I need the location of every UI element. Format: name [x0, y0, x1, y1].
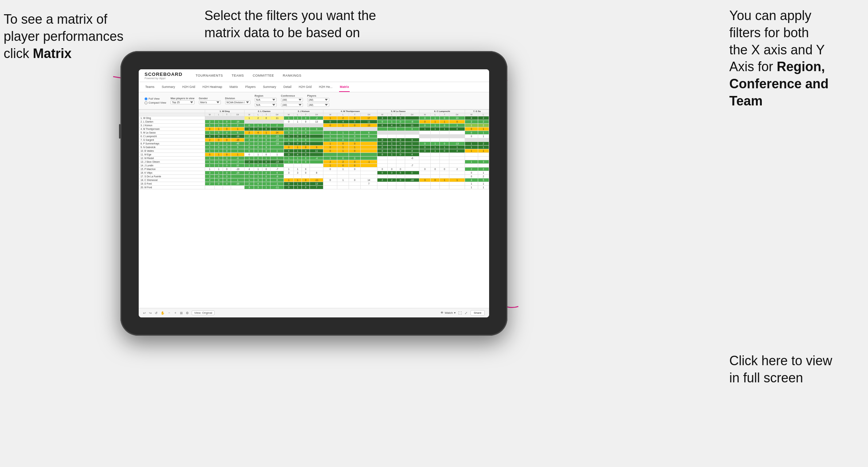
col-header-row: 1. W Ding 2. L Clanton 3. J Koivun 4. M …: [139, 110, 489, 113]
undo-icon[interactable]: ↩: [143, 311, 146, 315]
redo-icon[interactable]: ↪: [149, 311, 152, 315]
division-label: Division: [225, 97, 250, 100]
nav-committee[interactable]: COMMITTEE: [253, 74, 274, 77]
nav-rankings[interactable]: RANKINGS: [283, 74, 302, 77]
players-x-select[interactable]: (All): [307, 98, 329, 102]
table-row: 14. J Lundin 11010 1001 100 -7: [139, 164, 489, 167]
table-row: 8. P Summerhays 521-45 220-16 300 100 01…: [139, 142, 489, 146]
annotation-top-center: Select the filters you want the matrix d…: [204, 7, 380, 42]
table-row: 6. C Lamprecht 300-16 220-15 300 1106 01: [139, 135, 489, 138]
gender-group: Gender Men's: [199, 97, 221, 104]
refresh-icon[interactable]: ↺: [155, 311, 158, 315]
col-g-sa: 7. G Sa: [465, 110, 489, 113]
table-row: 5. M La Sasso 1506 24124 300 1106 01: [139, 131, 489, 135]
table-row: 11. M Ege 0101 0101 040 0104: [139, 153, 489, 157]
logo-sub: Powered by clippd: [145, 77, 183, 80]
view-label[interactable]: View: Original: [192, 310, 215, 315]
matrix-area[interactable]: 1. W Ding 2. L Clanton 3. J Koivun 4. M …: [139, 109, 489, 308]
annotation-bottom-right: Click here to view in full screen: [729, 352, 846, 387]
expand-icon[interactable]: ⤢: [465, 311, 468, 315]
tablet-frame: SCOREBOARD Powered by clippd TOURNAMENTS…: [120, 51, 507, 336]
region-x-select[interactable]: N/A: [255, 98, 277, 102]
players-y-select[interactable]: (All): [307, 103, 329, 107]
table-row: 7. G Sargent 200-16 220-15 100 100 0003: [139, 138, 489, 142]
table-row: 4. M Thorbjornsen 0101 1001 1003 3 1110 …: [139, 127, 489, 131]
table-row: 3. J Koivun 1102 0102 01013 04011 0103 1…: [139, 124, 489, 127]
tab-summary-2[interactable]: Summary: [262, 82, 277, 92]
full-view-option[interactable]: Full View: [145, 97, 166, 100]
tablet-screen: SCOREBOARD Powered by clippd TOURNAMENTS…: [139, 69, 489, 317]
nav-tournaments[interactable]: TOURNAMENTS: [196, 74, 223, 77]
col-w-ding: 1. W Ding: [205, 110, 244, 113]
filter-bar: Full View Compact View Max players in vi…: [139, 92, 489, 109]
conference-group: Conference (All) (All): [281, 94, 303, 107]
col-l-clanton: 2. L Clanton: [245, 110, 284, 113]
matrix-table: 1. W Ding 2. L Clanton 3. J Koivun 4. M …: [139, 109, 489, 189]
table-row: 16. K Vilips 310-25 2204 3308 0050 01: [139, 171, 489, 175]
zoom-in-icon[interactable]: ＋: [174, 310, 177, 315]
gender-select[interactable]: Men's: [199, 100, 221, 104]
tab-summary-1[interactable]: Summary: [161, 82, 176, 92]
sub-nav: Teams Summary H2H Grid H2H Heatmap Matri…: [139, 82, 489, 92]
region-label: Region: [255, 94, 277, 97]
conference-x-select[interactable]: (All): [281, 98, 303, 102]
top-nav: SCOREBOARD Powered by clippd TOURNAMENTS…: [139, 69, 489, 82]
tab-matrix-active[interactable]: Matrix: [339, 82, 350, 92]
tab-matrix-1[interactable]: Matrix: [229, 82, 239, 92]
tab-h2h-he[interactable]: H2H He...: [318, 82, 333, 92]
max-players-select[interactable]: Top 25: [170, 100, 194, 104]
hand-icon[interactable]: ✋: [161, 311, 165, 315]
logo-area: SCOREBOARD Powered by clippd: [145, 72, 183, 80]
watch-btn[interactable]: 👁 Watch ▾: [441, 311, 455, 314]
fullscreen-icon[interactable]: ⛶: [458, 311, 462, 315]
col-j-koivun: 3. J Koivun: [284, 110, 323, 113]
full-view-radio[interactable]: [145, 97, 147, 100]
table-row: 12. M Riedel 110-6 1011 110-4 100 -6: [139, 157, 489, 160]
table-row: 19. D Ford 200-20 241-1 01013 7 11: [139, 182, 489, 186]
compact-view-option[interactable]: Compact View: [145, 101, 166, 104]
empty-header: [139, 110, 205, 113]
compact-view-radio[interactable]: [145, 101, 147, 104]
tab-players[interactable]: Players: [245, 82, 256, 92]
col-m-thorbjornsen: 4. M Thorbjornsen: [323, 110, 377, 113]
division-group: Division NCAA Division I: [225, 97, 250, 104]
table-row: 20. M Ford 331-11 0107 11: [139, 186, 489, 189]
logo-text: SCOREBOARD: [145, 72, 183, 77]
table-row: 17. S De La Fuente 200 110-8 02: [139, 175, 489, 178]
tab-h2h-grid-2[interactable]: H2H Grid: [298, 82, 312, 92]
table-row: 18. C Sherwood 2001 1300 110-11 01014 22…: [139, 178, 489, 182]
table-row: 15. P Maichon 110-19 410-7 110 010 000 0…: [139, 167, 489, 171]
subheader-row: WLTDif WLTDif WLTDif WLTDif WLTDif WLTDi…: [139, 113, 489, 116]
tab-h2h-heatmap[interactable]: H2H Heatmap: [202, 82, 223, 92]
conference-y-select[interactable]: (All): [281, 103, 303, 107]
conference-label: Conference: [281, 94, 303, 97]
region-group: Region N/A N/A: [255, 94, 277, 107]
table-row: 9. N Gabrelcik 1009 009 0109 011 0111 01…: [139, 146, 489, 149]
col-c-lamprecht: 6. C Lamprecht: [419, 110, 465, 113]
watch-dropdown-icon: ▾: [454, 311, 456, 314]
table-row: 2. L Clanton 210-16 01013 04011 010-6 01…: [139, 120, 489, 124]
table-row: 13. J Skov Olesen 110-3 210-19 100 220-1…: [139, 160, 489, 164]
share-button[interactable]: Share: [471, 310, 485, 316]
view-radio-group: Full View Compact View: [145, 97, 166, 104]
division-select[interactable]: NCAA Division I: [225, 100, 250, 104]
grid-icon[interactable]: ⊞: [180, 311, 183, 315]
players-group: Players (All) (All): [307, 94, 329, 107]
tab-detail[interactable]: Detail: [283, 82, 292, 92]
max-players-label: Max players in view: [170, 97, 194, 100]
region-y-select[interactable]: N/A: [255, 103, 277, 107]
tab-teams[interactable]: Teams: [145, 82, 155, 92]
annotation-top-right: You can apply filters for both the X axi…: [729, 7, 846, 110]
players-label: Players: [307, 94, 329, 97]
settings-icon[interactable]: ⚙: [186, 311, 189, 315]
table-row: 1. W Ding 12011 110-2 12017 300 01013 02: [139, 116, 489, 120]
col-m-la-sasso: 5. M La Sasso: [377, 110, 419, 113]
annotation-top-left: To see a matrix of player performances c…: [4, 11, 128, 62]
nav-teams[interactable]: TEAMS: [232, 74, 244, 77]
bottom-bar: ↩ ↪ ↺ ✋ － ＋ ⊞ ⚙ View: Original 👁 Watch ▾…: [139, 308, 489, 317]
table-row: 10. B Valdes 1101 0101 41011 010 0104 01…: [139, 149, 489, 153]
zoom-out-icon[interactable]: －: [168, 310, 171, 315]
gender-label: Gender: [199, 97, 221, 100]
watch-icon: 👁: [441, 311, 443, 314]
tab-h2h-grid[interactable]: H2H Grid: [181, 82, 196, 92]
